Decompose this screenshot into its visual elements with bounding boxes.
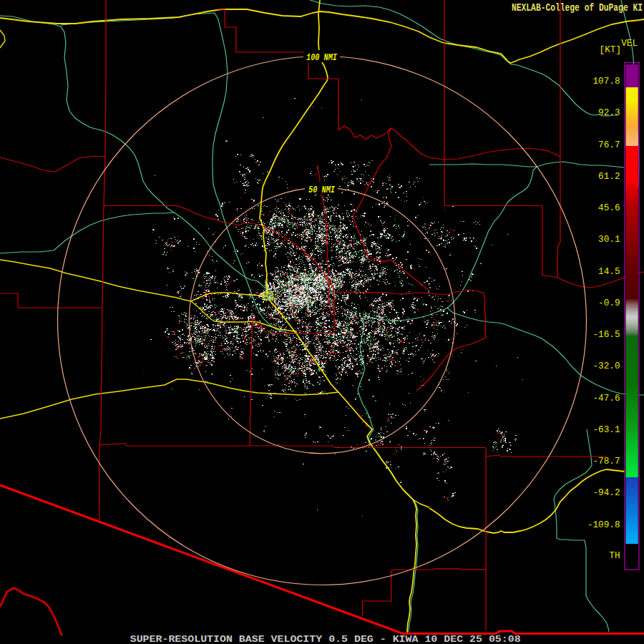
svg-text:SUPER-RESOLUTION BASE VELOCITY: SUPER-RESOLUTION BASE VELOCITY 0.5 DEG -… (130, 634, 521, 644)
svg-text:[KT]: [KT] (600, 44, 621, 55)
svg-text:-32.0: -32.0 (593, 361, 620, 371)
svg-text:61.2: 61.2 (598, 171, 620, 182)
svg-text:VEL: VEL (621, 38, 638, 49)
svg-text:-109.8: -109.8 (587, 519, 620, 530)
svg-text:45.6: 45.6 (598, 203, 620, 213)
svg-text:100 NMI: 100 NMI (306, 52, 338, 63)
svg-text:NEXLAB-College of DuPage KI: NEXLAB-College of DuPage KI (512, 2, 643, 14)
svg-text:92.3: 92.3 (598, 107, 620, 118)
svg-text:-47.6: -47.6 (593, 393, 620, 404)
svg-text:50 NMI: 50 NMI (308, 185, 336, 195)
svg-text:-16.5: -16.5 (593, 329, 620, 340)
svg-text:-63.1: -63.1 (593, 424, 620, 435)
svg-text:-0.9: -0.9 (598, 298, 620, 308)
svg-text:14.5: 14.5 (598, 266, 620, 277)
svg-text:TH: TH (609, 550, 620, 561)
svg-text:107.8: 107.8 (593, 76, 620, 87)
svg-text:76.7: 76.7 (598, 140, 620, 150)
svg-text:-94.2: -94.2 (593, 487, 620, 498)
svg-text:-78.7: -78.7 (593, 456, 620, 467)
svg-text:30.1: 30.1 (598, 234, 620, 245)
